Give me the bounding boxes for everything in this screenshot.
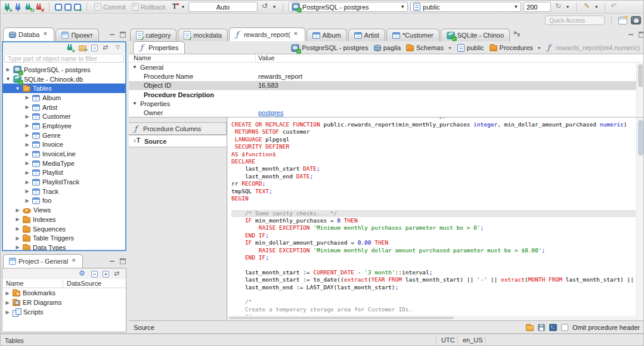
maximize-icon[interactable] [120, 258, 126, 264]
breadcrumb-item-pagila[interactable]: pagila [374, 44, 401, 52]
link-with-editor-icon[interactable] [114, 270, 122, 278]
txn-mode-combo[interactable]: Auto [188, 2, 258, 12]
tree-item-views[interactable]: ▶Views [3, 205, 125, 215]
maximize-icon[interactable] [639, 32, 644, 38]
chevron-down-icon[interactable]: ▼ [537, 46, 541, 50]
property-row-properties[interactable]: ▼Properties [129, 99, 644, 108]
tab-projects[interactable]: Проект [55, 29, 98, 41]
minimize-icon[interactable] [628, 32, 634, 38]
editor-tab-mockdata[interactable]: mockdata [178, 29, 228, 41]
schema-combo[interactable]: public ▼ [410, 2, 521, 12]
column-name[interactable]: Name [2, 279, 63, 288]
breadcrumb-item-rewards-report-int4-numeric[interactable]: rewards_report(int4,numeric) [547, 44, 640, 52]
editor-tab-rewards-report[interactable]: rewards_report( [229, 27, 305, 41]
new-sql-editor-icon[interactable] [74, 4, 81, 11]
tree-item-customer[interactable]: ▶Customer [3, 112, 125, 121]
collapsed-arrow-icon[interactable]: ▶ [15, 245, 20, 250]
property-row-procedure-name[interactable]: Procedure Namerewards_report [129, 72, 644, 81]
side-tab-source[interactable]: Source [129, 135, 227, 147]
collapsed-arrow-icon[interactable]: ▶ [24, 198, 30, 203]
grid-column-name[interactable]: Name [129, 54, 256, 62]
property-row-procedure-description[interactable]: Procedure Description [129, 90, 644, 99]
tree-item-foo[interactable]: ▶foo [3, 196, 125, 206]
omit-header-checkbox[interactable] [561, 324, 568, 331]
collapsed-arrow-icon[interactable]: ▶ [24, 95, 30, 100]
collapsed-arrow-icon[interactable]: ▶ [24, 104, 30, 110]
tree-item-genre[interactable]: ▶Genre [3, 131, 125, 140]
quick-access-input[interactable] [545, 16, 605, 25]
property-row-general[interactable]: ▼General [129, 63, 644, 72]
expanded-arrow-icon[interactable]: ▼ [132, 64, 138, 70]
locale-indicator[interactable]: en_US [463, 336, 483, 344]
tree-item-mediatype[interactable]: ▶MediaType [3, 159, 125, 168]
tree-item-track[interactable]: ▶Track [3, 187, 125, 196]
side-tab-procedure-columns[interactable]: Procedure Columns [129, 122, 227, 135]
collapsed-arrow-icon[interactable]: ▶ [15, 217, 20, 222]
code-area[interactable]: CREATE OR REPLACE FUNCTION public.reward… [231, 121, 636, 317]
expanded-arrow-icon[interactable]: ▼ [132, 101, 138, 106]
collapsed-arrow-icon[interactable]: ▶ [24, 142, 30, 147]
reconnect-icon[interactable] [24, 3, 33, 11]
tree-item-employee[interactable]: ▶Employee [3, 121, 125, 131]
minimize-icon[interactable] [109, 32, 115, 38]
editor-tab-artist[interactable]: Artist [348, 29, 385, 41]
minimize-icon[interactable] [109, 258, 115, 264]
source-editor[interactable]: ▴▾ CREATE OR REPLACE FUNCTION public.rew… [228, 118, 644, 320]
tree-item-playlist[interactable]: ▶Playlist [3, 168, 125, 178]
connection-combo[interactable]: PostgreSQL - postgres ▼ [289, 2, 408, 12]
collapsed-arrow-icon[interactable]: ▶ [24, 132, 30, 138]
collapsed-arrow-icon[interactable]: ▶ [24, 160, 30, 166]
expanded-arrow-icon[interactable]: ▼ [5, 76, 11, 82]
project-item-bookmarks[interactable]: ▶Bookmarks [2, 288, 126, 298]
collapsed-arrow-icon[interactable]: ▶ [24, 152, 30, 157]
close-icon[interactable] [72, 259, 77, 264]
editor-tab-category[interactable]: category [130, 29, 177, 41]
tree-item-data-types[interactable]: ▶Data Types [3, 243, 125, 250]
breadcrumb-item-postgresql-postgres[interactable]: PostgreSQL - postgres [291, 44, 368, 52]
tree-item-album[interactable]: ▶Album [3, 93, 125, 103]
project-item-er-diagrams[interactable]: ▶ER Diagrams [2, 298, 126, 307]
tree-item-postgresql-postgres[interactable]: ▶PostgreSQL - postgres [3, 65, 125, 75]
save-to-file-icon[interactable] [538, 324, 545, 331]
collapsed-arrow-icon[interactable]: ▶ [24, 114, 30, 119]
breadcrumb-item-schemas[interactable]: Schemas▼ [406, 44, 452, 51]
collapsed-arrow-icon[interactable]: ▶ [24, 170, 30, 175]
tree-item-table-triggers[interactable]: ▶Table Triggers [3, 233, 125, 243]
gear-icon[interactable] [79, 270, 86, 278]
connect-icon[interactable] [14, 3, 22, 11]
sql-editor-icon[interactable] [55, 4, 62, 11]
collapsed-arrow-icon[interactable]: ▶ [5, 300, 10, 305]
property-row-owner[interactable]: Ownerpostgres [129, 108, 644, 117]
object-filter-input[interactable] [4, 54, 124, 63]
tree-item-invoice[interactable]: ▶Invoice [3, 140, 125, 150]
tab-overflow-indicator[interactable]: »5 [513, 29, 520, 38]
timezone-indicator[interactable]: UTC [441, 336, 455, 344]
collapsed-toolbar-icon[interactable]: ▴▾ [439, 118, 446, 120]
expanded-arrow-icon[interactable]: ▼ [15, 86, 20, 91]
view-menu-icon[interactable] [116, 44, 122, 52]
property-row-object-id[interactable]: Object ID16,583 [129, 81, 644, 90]
collapsed-arrow-icon[interactable]: ▶ [15, 208, 20, 213]
collapse-all-icon[interactable] [91, 45, 98, 51]
breadcrumb-item-public[interactable]: public [457, 44, 484, 52]
collapsed-arrow-icon[interactable]: ▶ [24, 189, 30, 194]
project-item-scripts[interactable]: ▶Scripts [2, 307, 126, 317]
grid-scrollbar[interactable] [636, 63, 644, 116]
new-connection-icon[interactable] [3, 3, 11, 11]
history-button[interactable]: ▾ [260, 2, 277, 11]
dbeaver-perspective-icon[interactable] [631, 16, 641, 24]
tab-properties[interactable]: Properties [133, 41, 185, 54]
collapsed-arrow-icon[interactable]: ▶ [5, 67, 11, 72]
collapse-all-icon[interactable] [91, 271, 98, 277]
transaction-mode-button[interactable]: ▾ [170, 2, 186, 11]
tree-item-sequences[interactable]: ▶Sequences [3, 224, 125, 234]
open-sql-console-icon[interactable] [64, 4, 72, 11]
refresh-button[interactable]: ▾ [553, 2, 571, 11]
open-console-icon[interactable] [549, 324, 557, 331]
tree-item-sqlite-chinook-db[interactable]: ▼SQLite - Chinook.db [3, 75, 125, 84]
code-hscrollbar[interactable] [228, 316, 636, 320]
commit-button[interactable]: Commit [92, 2, 128, 11]
tree-item-indexes[interactable]: ▶Indexes [3, 215, 125, 224]
fetch-size-input[interactable] [524, 2, 551, 12]
disconnect-icon[interactable] [35, 3, 44, 11]
